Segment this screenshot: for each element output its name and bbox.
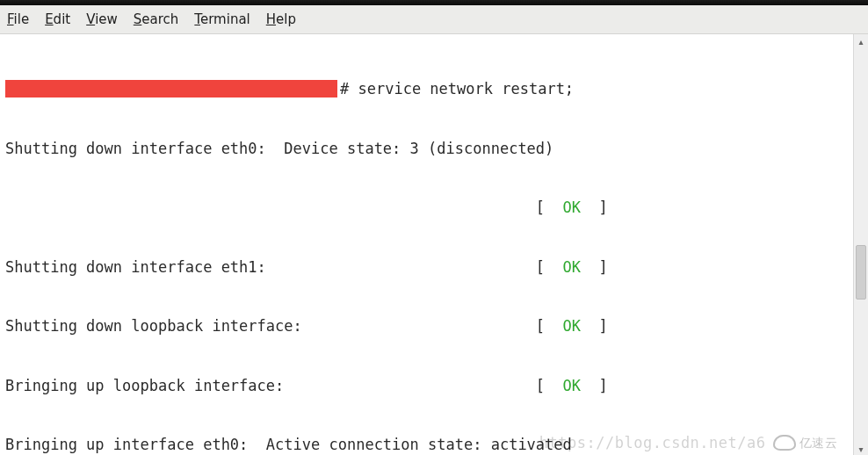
output-line: Bringing up interface eth0: Active conne… (5, 435, 853, 455)
menu-view[interactable]: View (86, 11, 118, 27)
command-text: # service network restart; (340, 80, 574, 98)
content-area: # service network restart; Shutting down… (0, 34, 868, 455)
menu-help[interactable]: Help (266, 11, 296, 27)
status-ok: OK (563, 199, 581, 216)
status-ok: OK (563, 317, 581, 335)
status-ok: OK (563, 258, 581, 276)
output-line: Shutting down loopback interface: [ OK ] (5, 316, 853, 336)
scroll-up-button[interactable]: ▴ (854, 34, 868, 48)
menu-terminal[interactable]: Terminal (194, 11, 250, 27)
terminal-window: File Edit View Search Terminal Help # se… (0, 0, 868, 455)
status-ok: OK (563, 377, 581, 394)
redacted-hostname (5, 80, 337, 98)
prompt-line-1: # service network restart; (5, 79, 853, 99)
status-line: [ OK ] (5, 198, 853, 218)
scroll-thumb[interactable] (856, 245, 866, 300)
menu-edit[interactable]: Edit (45, 11, 70, 27)
output-line: Shutting down interface eth0: Device sta… (5, 139, 853, 159)
output-line: Bringing up loopback interface: [ OK ] (5, 376, 853, 396)
menu-search[interactable]: Search (134, 11, 179, 27)
output-line: Shutting down interface eth1: [ OK ] (5, 257, 853, 278)
menubar: File Edit View Search Terminal Help (0, 5, 868, 34)
vertical-scrollbar[interactable]: ▴ ▾ (853, 34, 868, 455)
menu-file[interactable]: File (7, 11, 29, 27)
scroll-down-button[interactable]: ▾ (854, 442, 868, 455)
terminal-output[interactable]: # service network restart; Shutting down… (0, 34, 853, 455)
